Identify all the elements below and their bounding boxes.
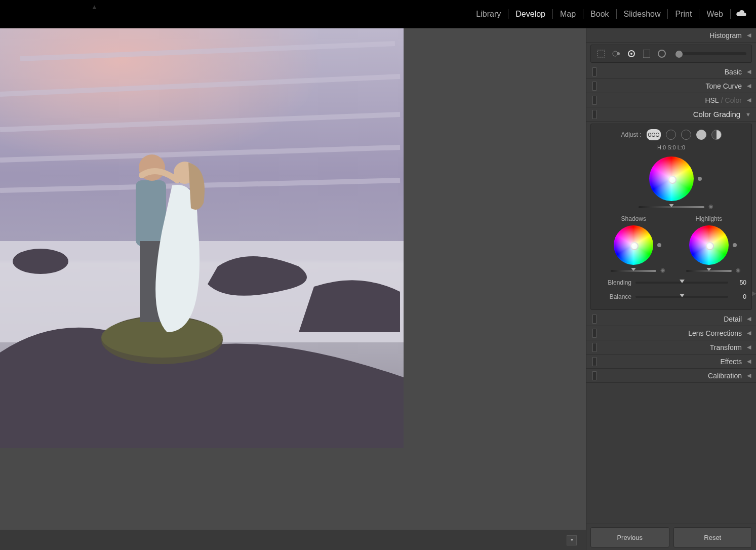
shadows-color-wheel[interactable] [614, 225, 653, 265]
highlights-luminance-slider[interactable]: ◉ [686, 270, 732, 272]
midtones-luminance-slider[interactable]: ◉ [639, 206, 704, 208]
collapse-icon: ◀ [747, 344, 751, 350]
radial-filter-icon[interactable] [657, 49, 667, 59]
collapse-icon: ◀ [747, 83, 751, 89]
svg-rect-20 [643, 50, 650, 58]
eye-icon[interactable]: ◉ [736, 267, 741, 273]
panel-title: Color Grading [693, 110, 740, 119]
right-bottom-buttons: Previous Reset [586, 524, 756, 550]
panel-tone-curve[interactable]: Tone Curve ◀ [586, 79, 756, 93]
svg-point-21 [658, 50, 665, 57]
module-tab-slideshow[interactable]: Slideshow [617, 0, 668, 28]
panel-switch[interactable] [592, 371, 596, 380]
svg-point-8 [13, 249, 68, 274]
wheel-handle[interactable] [706, 242, 714, 250]
adjust-shadows-icon[interactable] [666, 130, 676, 140]
panel-transform[interactable]: Transform ◀ [586, 340, 756, 355]
svg-point-17 [617, 52, 620, 55]
wheel-handle[interactable] [630, 242, 639, 250]
brush-size-slider[interactable] [675, 52, 746, 55]
right-panel-toggle[interactable]: ▶ [752, 290, 756, 297]
luminance-handle[interactable] [733, 243, 737, 247]
collapse-icon: ◀ [747, 32, 751, 38]
panel-switch[interactable] [592, 96, 596, 105]
balance-label: Balance [596, 293, 635, 300]
spot-removal-icon[interactable] [611, 49, 621, 59]
panel-lens-corrections[interactable]: Lens Corrections ◀ [586, 326, 756, 340]
top-panel-toggle[interactable]: ▲ [91, 3, 98, 11]
module-tab-print[interactable]: Print [668, 0, 699, 28]
collapse-icon: ◀ [747, 372, 751, 379]
blending-slider[interactable] [635, 282, 728, 284]
adjust-3way-icon[interactable] [647, 129, 661, 140]
module-separator [730, 9, 731, 19]
filmstrip-filter-dropdown[interactable]: ▾ [567, 535, 577, 545]
panel-title: Histogram [709, 31, 742, 40]
collapse-icon: ◀ [747, 97, 751, 103]
panel-title: Effects [720, 358, 742, 366]
panel-histogram[interactable]: Histogram ◀ [586, 28, 756, 43]
panel-effects[interactable]: Effects ◀ [586, 355, 756, 369]
adjust-midtones-icon[interactable] [681, 130, 691, 140]
panel-basic[interactable]: Basic ◀ [586, 65, 756, 79]
panel-title: Basic [725, 68, 742, 76]
collapse-icon: ▼ [745, 111, 751, 117]
crop-tool-icon[interactable] [596, 49, 606, 59]
module-tab-book[interactable]: Book [583, 0, 616, 28]
develop-right-panel: ▶ Histogram ◀ Basic ◀ Tone Curve ◀ [586, 28, 756, 550]
luminance-handle[interactable] [657, 243, 661, 247]
adjust-mode-row: Adjust : [596, 129, 746, 140]
panel-switch[interactable] [592, 343, 596, 352]
balance-row: Balance 0 [596, 293, 746, 300]
panel-title: Transform [710, 343, 742, 351]
module-tab-web[interactable]: Web [699, 0, 730, 28]
main-photo[interactable] [0, 28, 404, 448]
photo-placeholder [0, 28, 404, 448]
blending-value[interactable]: 50 [728, 279, 746, 286]
panel-calibration[interactable]: Calibration ◀ [586, 369, 756, 383]
module-tab-library[interactable]: Library [469, 0, 508, 28]
panel-switch[interactable] [592, 357, 596, 366]
panel-switch[interactable] [592, 82, 596, 91]
svg-rect-15 [598, 50, 605, 57]
panel-title: Tone Curve [705, 82, 742, 90]
panel-switch[interactable] [592, 329, 596, 338]
wheel-handle[interactable] [668, 176, 677, 184]
panel-switch[interactable] [592, 315, 596, 324]
local-adjust-toolstrip [590, 45, 752, 63]
module-picker-bar: LibraryDevelopMapBookSlideshowPrintWeb [0, 0, 756, 28]
module-tabs: LibraryDevelopMapBookSlideshowPrintWeb [469, 0, 731, 28]
collapse-icon: ◀ [747, 316, 751, 322]
panel-title: Detail [724, 315, 742, 323]
luminance-handle[interactable] [698, 177, 702, 181]
balance-slider[interactable] [635, 296, 728, 298]
color-grading-body: Adjust : H:0 S:0 L:0 ◉ [590, 124, 752, 310]
hsl-readout: H:0 S:0 L:0 [596, 144, 746, 150]
module-tab-map[interactable]: Map [553, 0, 583, 28]
eye-icon[interactable]: ◉ [708, 203, 713, 210]
balance-value[interactable]: 0 [728, 293, 746, 300]
collapse-icon: ◀ [747, 68, 751, 75]
blending-label: Blending [596, 279, 635, 286]
module-tab-develop[interactable]: Develop [508, 0, 552, 28]
adjust-highlights-icon[interactable] [696, 130, 706, 140]
graduated-filter-icon[interactable] [642, 49, 652, 59]
shadows-luminance-slider[interactable]: ◉ [611, 270, 656, 272]
svg-rect-1 [0, 28, 404, 241]
redeye-tool-icon[interactable] [626, 49, 636, 59]
highlights-label: Highlights [695, 215, 722, 222]
panel-color-grading[interactable]: Color Grading ▼ [586, 107, 756, 122]
collapse-icon: ◀ [747, 330, 751, 336]
highlights-color-wheel[interactable] [689, 225, 729, 265]
panel-switch[interactable] [592, 110, 596, 119]
adjust-label: Adjust : [621, 131, 641, 138]
cloud-sync-icon[interactable] [736, 9, 747, 19]
eye-icon[interactable]: ◉ [660, 267, 665, 273]
adjust-global-icon[interactable] [711, 130, 722, 140]
previous-button[interactable]: Previous [590, 527, 669, 547]
panel-detail[interactable]: Detail ◀ [586, 312, 756, 326]
panel-switch[interactable] [592, 67, 596, 76]
reset-button[interactable]: Reset [673, 527, 752, 547]
panel-hsl-color[interactable]: HSL / Color ◀ [586, 93, 756, 107]
midtones-color-wheel[interactable] [649, 156, 694, 201]
